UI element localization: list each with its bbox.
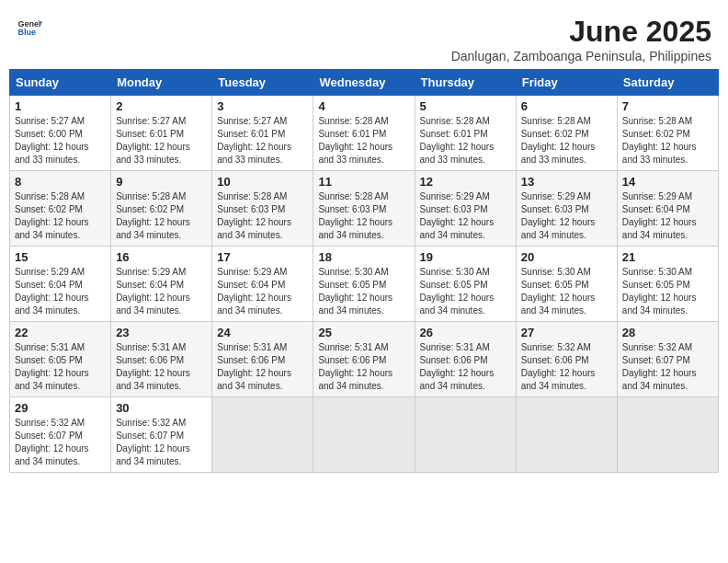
day-number: 30 [116,401,207,415]
day-info: Sunrise: 5:28 AMSunset: 6:01 PMDaylight:… [318,115,409,167]
day-info: Sunrise: 5:31 AMSunset: 6:06 PMDaylight:… [116,341,207,393]
title-block: June 2025 Danlugan, Zamboanga Peninsula,… [451,15,711,63]
calendar-header-row: SundayMondayTuesdayWednesdayThursdayFrid… [10,70,719,96]
calendar-cell: 17Sunrise: 5:29 AMSunset: 6:04 PMDayligh… [212,247,313,322]
day-number: 29 [15,401,106,415]
day-info: Sunrise: 5:31 AMSunset: 6:06 PMDaylight:… [318,341,409,393]
day-info: Sunrise: 5:30 AMSunset: 6:05 PMDaylight:… [521,266,612,317]
calendar-week-row: 29Sunrise: 5:32 AMSunset: 6:07 PMDayligh… [10,397,719,473]
day-info: Sunrise: 5:27 AMSunset: 6:01 PMDaylight:… [217,115,308,167]
svg-text:Blue: Blue [17,28,36,37]
calendar-cell: 21Sunrise: 5:30 AMSunset: 6:05 PMDayligh… [617,247,718,322]
day-number: 19 [420,250,511,264]
day-number: 28 [622,326,713,339]
calendar-cell: 29Sunrise: 5:32 AMSunset: 6:07 PMDayligh… [10,397,111,473]
day-of-week-header: Sunday [10,70,111,96]
day-number: 11 [318,175,409,189]
day-number: 22 [15,326,106,339]
calendar-cell: 20Sunrise: 5:30 AMSunset: 6:05 PMDayligh… [516,247,617,322]
calendar-cell: 23Sunrise: 5:31 AMSunset: 6:06 PMDayligh… [111,322,212,397]
calendar-cell [415,397,516,473]
day-number: 21 [622,250,713,264]
day-number: 23 [116,326,207,339]
calendar-cell: 14Sunrise: 5:29 AMSunset: 6:04 PMDayligh… [617,171,718,247]
calendar-cell: 16Sunrise: 5:29 AMSunset: 6:04 PMDayligh… [111,247,212,322]
day-info: Sunrise: 5:29 AMSunset: 6:03 PMDaylight:… [420,190,511,242]
day-info: Sunrise: 5:30 AMSunset: 6:05 PMDaylight:… [420,266,511,317]
day-number: 17 [217,250,308,264]
logo: General Blue [17,15,42,40]
day-of-week-header: Thursday [415,70,516,96]
day-number: 2 [116,99,207,113]
day-of-week-header: Wednesday [313,70,415,96]
calendar-cell: 10Sunrise: 5:28 AMSunset: 6:03 PMDayligh… [212,171,313,247]
day-of-week-header: Friday [516,70,617,96]
calendar-week-row: 22Sunrise: 5:31 AMSunset: 6:05 PMDayligh… [10,322,719,397]
calendar-cell: 11Sunrise: 5:28 AMSunset: 6:03 PMDayligh… [313,171,415,247]
calendar-cell: 28Sunrise: 5:32 AMSunset: 6:07 PMDayligh… [617,322,718,397]
day-number: 20 [521,250,612,264]
calendar-week-row: 8Sunrise: 5:28 AMSunset: 6:02 PMDaylight… [10,171,719,247]
day-info: Sunrise: 5:30 AMSunset: 6:05 PMDaylight:… [622,266,713,317]
header: General Blue June 2025 Danlugan, Zamboan… [9,9,719,63]
day-number: 7 [622,99,713,113]
calendar-table: SundayMondayTuesdayWednesdayThursdayFrid… [9,69,719,473]
calendar-cell: 18Sunrise: 5:30 AMSunset: 6:05 PMDayligh… [313,247,415,322]
day-number: 5 [420,99,511,113]
calendar-cell: 15Sunrise: 5:29 AMSunset: 6:04 PMDayligh… [10,247,111,322]
day-number: 14 [622,175,713,189]
calendar-cell: 2Sunrise: 5:27 AMSunset: 6:01 PMDaylight… [111,96,212,171]
day-info: Sunrise: 5:29 AMSunset: 6:03 PMDaylight:… [521,190,612,242]
day-number: 25 [318,326,409,339]
calendar-cell: 27Sunrise: 5:32 AMSunset: 6:06 PMDayligh… [516,322,617,397]
day-info: Sunrise: 5:29 AMSunset: 6:04 PMDaylight:… [116,266,207,317]
day-of-week-header: Monday [111,70,212,96]
day-info: Sunrise: 5:29 AMSunset: 6:04 PMDaylight:… [15,266,106,317]
calendar-week-row: 15Sunrise: 5:29 AMSunset: 6:04 PMDayligh… [10,247,719,322]
calendar-cell: 5Sunrise: 5:28 AMSunset: 6:01 PMDaylight… [415,96,516,171]
day-info: Sunrise: 5:30 AMSunset: 6:05 PMDaylight:… [318,266,409,317]
svg-text:General: General [17,19,42,29]
day-info: Sunrise: 5:28 AMSunset: 6:01 PMDaylight:… [420,115,511,167]
day-info: Sunrise: 5:29 AMSunset: 6:04 PMDaylight:… [622,190,713,242]
calendar-cell: 3Sunrise: 5:27 AMSunset: 6:01 PMDaylight… [212,96,313,171]
calendar-cell: 22Sunrise: 5:31 AMSunset: 6:05 PMDayligh… [10,322,111,397]
calendar-cell: 26Sunrise: 5:31 AMSunset: 6:06 PMDayligh… [415,322,516,397]
day-info: Sunrise: 5:28 AMSunset: 6:03 PMDaylight:… [318,190,409,242]
day-number: 18 [318,250,409,264]
calendar-cell: 12Sunrise: 5:29 AMSunset: 6:03 PMDayligh… [415,171,516,247]
calendar-cell [313,397,415,473]
calendar-cell: 24Sunrise: 5:31 AMSunset: 6:06 PMDayligh… [212,322,313,397]
day-number: 10 [217,175,308,189]
day-info: Sunrise: 5:32 AMSunset: 6:06 PMDaylight:… [521,341,612,393]
day-info: Sunrise: 5:32 AMSunset: 6:07 PMDaylight:… [622,341,713,393]
calendar-cell: 30Sunrise: 5:32 AMSunset: 6:07 PMDayligh… [111,397,212,473]
day-number: 1 [15,99,106,113]
calendar-cell [516,397,617,473]
day-number: 8 [15,175,106,189]
day-number: 15 [15,250,106,264]
day-number: 16 [116,250,207,264]
day-info: Sunrise: 5:28 AMSunset: 6:02 PMDaylight:… [116,190,207,242]
calendar-cell: 4Sunrise: 5:28 AMSunset: 6:01 PMDaylight… [313,96,415,171]
calendar-cell: 25Sunrise: 5:31 AMSunset: 6:06 PMDayligh… [313,322,415,397]
day-info: Sunrise: 5:32 AMSunset: 6:07 PMDaylight:… [15,417,106,468]
day-info: Sunrise: 5:31 AMSunset: 6:06 PMDaylight:… [420,341,511,393]
day-number: 13 [521,175,612,189]
calendar-cell: 19Sunrise: 5:30 AMSunset: 6:05 PMDayligh… [415,247,516,322]
day-number: 26 [420,326,511,339]
day-number: 4 [318,99,409,113]
calendar-cell: 9Sunrise: 5:28 AMSunset: 6:02 PMDaylight… [111,171,212,247]
day-number: 12 [420,175,511,189]
location-title: Danlugan, Zamboanga Peninsula, Philippin… [451,49,711,63]
day-info: Sunrise: 5:31 AMSunset: 6:06 PMDaylight:… [217,341,308,393]
calendar-cell: 1Sunrise: 5:27 AMSunset: 6:00 PMDaylight… [10,96,111,171]
day-info: Sunrise: 5:28 AMSunset: 6:02 PMDaylight:… [622,115,713,167]
calendar-cell: 6Sunrise: 5:28 AMSunset: 6:02 PMDaylight… [516,96,617,171]
day-info: Sunrise: 5:28 AMSunset: 6:02 PMDaylight:… [521,115,612,167]
month-title: June 2025 [451,15,711,49]
day-number: 6 [521,99,612,113]
day-info: Sunrise: 5:29 AMSunset: 6:04 PMDaylight:… [217,266,308,317]
day-info: Sunrise: 5:31 AMSunset: 6:05 PMDaylight:… [15,341,106,393]
logo-icon: General Blue [17,15,42,40]
